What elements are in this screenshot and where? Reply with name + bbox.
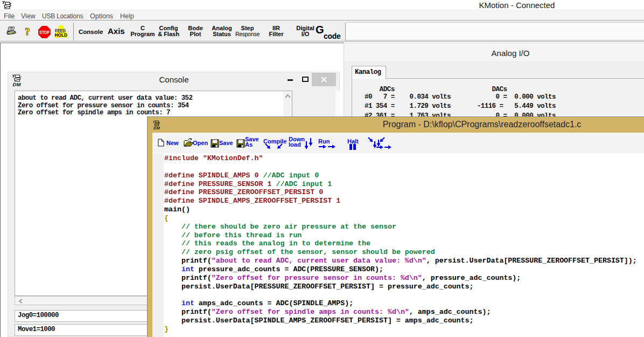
svg-text:DM: DM: [13, 81, 22, 87]
